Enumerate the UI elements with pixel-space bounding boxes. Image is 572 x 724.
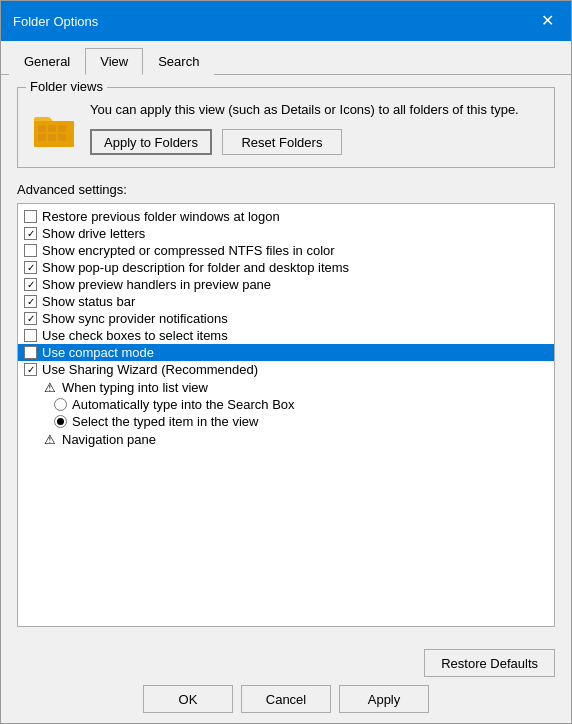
cancel-button[interactable]: Cancel bbox=[241, 685, 331, 713]
list-item[interactable]: Show sync provider notifications bbox=[18, 310, 554, 327]
list-item[interactable]: Show status bar bbox=[18, 293, 554, 310]
setting-label: Use Sharing Wizard (Recommended) bbox=[42, 362, 258, 377]
setting-label: Automatically type into the Search Box bbox=[72, 397, 295, 412]
tab-general[interactable]: General bbox=[9, 48, 85, 75]
folder-views-group: Folder views bbox=[17, 87, 555, 168]
list-item[interactable]: Use compact mode bbox=[18, 344, 554, 361]
list-item[interactable]: Show pop-up description for folder and d… bbox=[18, 259, 554, 276]
footer: Restore Defaults OK Cancel Apply bbox=[1, 639, 571, 723]
restore-defaults-button[interactable]: Restore Defaults bbox=[424, 649, 555, 677]
setting-label: Show encrypted or compressed NTFS files … bbox=[42, 243, 335, 258]
setting-label: Show status bar bbox=[42, 294, 135, 309]
svg-rect-1 bbox=[38, 125, 46, 132]
list-item[interactable]: ⚠ When typing into list view bbox=[18, 378, 554, 396]
setting-label: Show pop-up description for folder and d… bbox=[42, 260, 349, 275]
close-button[interactable]: ✕ bbox=[535, 9, 559, 33]
tab-bar: General View Search bbox=[1, 41, 571, 75]
list-item[interactable]: Use Sharing Wizard (Recommended) bbox=[18, 361, 554, 378]
setting-label: Select the typed item in the view bbox=[72, 414, 258, 429]
folder-options-dialog: Folder Options ✕ General View Search Fol… bbox=[0, 0, 572, 724]
advanced-settings-label: Advanced settings: bbox=[17, 182, 555, 197]
folder-view-buttons: Apply to Folders Reset Folders bbox=[90, 129, 519, 155]
checkbox[interactable] bbox=[24, 210, 37, 223]
apply-to-folders-button[interactable]: Apply to Folders bbox=[90, 129, 212, 155]
radio-button[interactable] bbox=[54, 415, 67, 428]
list-item[interactable]: Restore previous folder windows at logon bbox=[18, 208, 554, 225]
checkbox[interactable] bbox=[24, 278, 37, 291]
setting-label: Restore previous folder windows at logon bbox=[42, 209, 280, 224]
list-item[interactable]: Show preview handlers in preview pane bbox=[18, 276, 554, 293]
tab-content: Folder views bbox=[1, 75, 571, 639]
setting-label: Show drive letters bbox=[42, 226, 145, 241]
checkbox[interactable] bbox=[24, 227, 37, 240]
folder-icon bbox=[30, 109, 78, 149]
setting-label: Show sync provider notifications bbox=[42, 311, 228, 326]
warning-icon: ⚠ bbox=[42, 379, 58, 395]
setting-label: Use check boxes to select items bbox=[42, 328, 228, 343]
footer-top: Restore Defaults bbox=[17, 649, 555, 677]
folder-views-label: Folder views bbox=[26, 79, 107, 94]
list-item[interactable]: Select the typed item in the view bbox=[18, 413, 554, 430]
checkbox[interactable] bbox=[24, 329, 37, 342]
svg-rect-3 bbox=[58, 125, 66, 132]
folder-views-text: You can apply this view (such as Details… bbox=[90, 102, 519, 155]
title-bar: Folder Options ✕ bbox=[1, 1, 571, 41]
reset-folders-button[interactable]: Reset Folders bbox=[222, 129, 342, 155]
setting-label: Use compact mode bbox=[42, 345, 154, 360]
ok-button[interactable]: OK bbox=[143, 685, 233, 713]
folder-views-description: You can apply this view (such as Details… bbox=[90, 102, 519, 117]
list-item[interactable]: ⚠ Navigation pane bbox=[18, 430, 554, 448]
checkbox[interactable] bbox=[24, 261, 37, 274]
tab-view[interactable]: View bbox=[85, 48, 143, 75]
apply-button[interactable]: Apply bbox=[339, 685, 429, 713]
svg-rect-2 bbox=[48, 125, 56, 132]
svg-rect-4 bbox=[38, 134, 46, 141]
svg-rect-5 bbox=[48, 134, 56, 141]
checkbox[interactable] bbox=[24, 312, 37, 325]
settings-list[interactable]: Restore previous folder windows at logon… bbox=[18, 204, 554, 626]
list-item[interactable]: Automatically type into the Search Box bbox=[18, 396, 554, 413]
settings-list-container: Restore previous folder windows at logon… bbox=[17, 203, 555, 627]
tab-search[interactable]: Search bbox=[143, 48, 214, 75]
svg-rect-6 bbox=[58, 134, 66, 141]
checkbox[interactable] bbox=[24, 346, 37, 359]
checkbox[interactable] bbox=[24, 244, 37, 257]
footer-bottom: OK Cancel Apply bbox=[17, 685, 555, 713]
checkbox[interactable] bbox=[24, 295, 37, 308]
setting-label: Navigation pane bbox=[62, 432, 156, 447]
list-item[interactable]: Show drive letters bbox=[18, 225, 554, 242]
setting-label: Show preview handlers in preview pane bbox=[42, 277, 271, 292]
list-item[interactable]: Use check boxes to select items bbox=[18, 327, 554, 344]
dialog-title: Folder Options bbox=[13, 14, 98, 29]
checkbox[interactable] bbox=[24, 363, 37, 376]
setting-label: When typing into list view bbox=[62, 380, 208, 395]
radio-button[interactable] bbox=[54, 398, 67, 411]
warning-icon: ⚠ bbox=[42, 431, 58, 447]
folder-views-inner: You can apply this view (such as Details… bbox=[30, 102, 542, 155]
list-item[interactable]: Show encrypted or compressed NTFS files … bbox=[18, 242, 554, 259]
